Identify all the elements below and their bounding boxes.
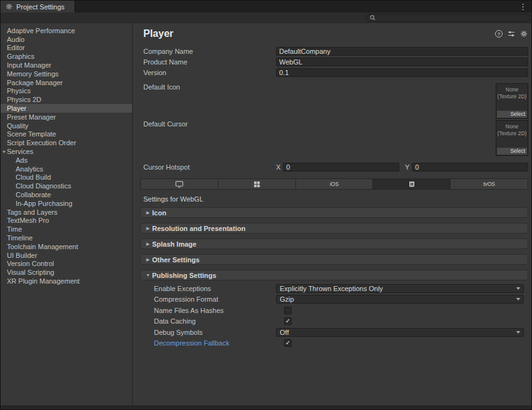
tab-tvos[interactable]: tvOS xyxy=(451,178,528,190)
enable-exceptions-label: Enable Exceptions xyxy=(154,285,276,292)
tab-standalone[interactable] xyxy=(140,178,218,190)
uwp-icon xyxy=(253,181,260,188)
section-other-settings[interactable]: ▶ Other Settings xyxy=(140,254,528,265)
tab-ios[interactable]: iOS xyxy=(296,178,374,190)
sidebar-item-collaborate[interactable]: Collaborate xyxy=(1,190,132,199)
sidebar-item-cloud-diagnostics[interactable]: Cloud Diagnostics xyxy=(1,182,132,190)
sidebar-item-scene-template[interactable]: Scene Template xyxy=(1,130,132,139)
tab-uwp[interactable] xyxy=(218,178,296,190)
sidebar-item-tags-and-layers[interactable]: Tags and Layers xyxy=(1,208,132,217)
default-cursor-label: Default Cursor xyxy=(143,120,276,156)
hotspot-x-label: X xyxy=(276,163,280,171)
name-files-as-hashes-label: Name Files As Hashes xyxy=(154,307,276,314)
gear-icon xyxy=(520,30,528,38)
company-name-input[interactable] xyxy=(276,47,528,56)
default-icon-label: Default Icon xyxy=(143,83,276,119)
section-resolution-and-presentation[interactable]: ▶ Resolution and Presentation xyxy=(140,223,528,233)
hotspot-y-label: Y xyxy=(405,163,409,171)
foldout-closed-icon: ▶ xyxy=(144,242,152,247)
sidebar-item-physics-2d[interactable]: Physics 2D xyxy=(1,95,132,104)
page-title: Player xyxy=(143,28,494,39)
object-none-text: None (Texture 2D) xyxy=(496,123,528,137)
tab-project-settings[interactable]: Project Settings xyxy=(1,1,75,13)
default-icon-picker[interactable]: None (Texture 2D) Select xyxy=(496,83,528,119)
sidebar-item-visual-scripting[interactable]: Visual Scripting xyxy=(1,268,132,277)
enable-exceptions-dropdown[interactable]: Explicitly Thrown Exceptions Only xyxy=(276,284,524,293)
sidebar-item-xr-plugin-management[interactable]: XR Plugin Management xyxy=(1,277,132,285)
settings-for-header: Settings for WebGL xyxy=(143,195,528,203)
window-menu-button[interactable]: ⋮ xyxy=(514,1,531,13)
foldout-open-icon: ▼ xyxy=(1,150,7,154)
sidebar-item-toolchain-management[interactable]: Toolchain Management xyxy=(1,242,132,251)
sidebar-item-cloud-build[interactable]: Cloud Build xyxy=(1,173,132,182)
standalone-icon xyxy=(175,181,183,188)
gear-button[interactable] xyxy=(519,29,528,38)
presets-sliders-icon xyxy=(508,30,515,38)
sidebar-item-input-manager[interactable]: Input Manager xyxy=(1,61,132,69)
product-name-input[interactable] xyxy=(276,58,528,66)
sidebar-item-physics[interactable]: Physics xyxy=(1,87,132,96)
check-icon: ✓ xyxy=(285,340,290,346)
chevron-down-icon xyxy=(516,331,520,334)
sidebar-item-quality[interactable]: Quality xyxy=(1,121,132,130)
player-settings-panel: Player ? xyxy=(133,23,531,406)
sidebar-item-ui-builder[interactable]: UI Builder xyxy=(1,251,132,260)
sidebar-item-services[interactable]: ▼ Services xyxy=(1,147,132,156)
sidebar-item-textmesh-pro[interactable]: TextMesh Pro xyxy=(1,217,132,225)
decompression-fallback-label: Decompression Fallback xyxy=(154,339,276,347)
webgl-icon xyxy=(408,180,416,188)
company-name-label: Company Name xyxy=(143,48,276,55)
sidebar-item-graphics[interactable]: Graphics xyxy=(1,52,132,61)
check-icon: ✓ xyxy=(285,318,290,324)
sidebar-item-preset-manager[interactable]: Preset Manager xyxy=(1,113,132,121)
sidebar-item-in-app-purchasing[interactable]: In-App Purchasing xyxy=(1,199,132,208)
name-files-as-hashes-checkbox[interactable] xyxy=(284,307,292,314)
publishing-settings-body: Enable Exceptions Explicitly Thrown Exce… xyxy=(143,283,528,349)
compression-format-dropdown[interactable]: Gzip xyxy=(276,295,524,304)
sidebar-item-analytics[interactable]: Analytics xyxy=(1,165,132,173)
sidebar-item-editor[interactable]: Editor xyxy=(1,44,132,53)
product-name-label: Product Name xyxy=(143,58,276,66)
section-publishing-settings[interactable]: ▼ Publishing Settings xyxy=(140,270,528,280)
search-input[interactable] xyxy=(378,14,527,21)
platform-tab-bar: iOS tvOS xyxy=(140,178,528,190)
cursor-hotspot-label: Cursor Hotspot xyxy=(143,163,276,171)
default-icon-select-button[interactable]: Select xyxy=(497,111,527,118)
presets-button[interactable] xyxy=(507,29,516,38)
chevron-down-icon xyxy=(516,298,520,300)
data-caching-checkbox[interactable]: ✓ xyxy=(284,317,292,325)
sidebar-item-memory-settings[interactable]: Memory Settings xyxy=(1,69,132,78)
window-tab-title: Project Settings xyxy=(16,3,64,11)
sidebar-item-audio[interactable]: Audio xyxy=(1,35,132,44)
compression-format-label: Compression Format xyxy=(154,295,276,303)
sidebar-item-adaptive-performance[interactable]: Adaptive Performance xyxy=(1,26,132,35)
search-field[interactable] xyxy=(366,14,530,22)
settings-toolbar xyxy=(1,13,531,23)
hotspot-x-input[interactable] xyxy=(283,163,399,172)
hotspot-y-input[interactable] xyxy=(412,163,528,172)
search-icon xyxy=(369,14,376,21)
sidebar-item-time[interactable]: Time xyxy=(1,225,132,233)
version-input[interactable] xyxy=(276,68,528,77)
sidebar-item-player[interactable]: Player xyxy=(1,104,132,113)
debug-symbols-dropdown[interactable]: Off xyxy=(276,328,524,337)
settings-gear-icon xyxy=(4,3,13,11)
default-cursor-select-button[interactable]: Select xyxy=(497,148,527,155)
sidebar-item-ads[interactable]: Ads xyxy=(1,156,132,165)
sidebar-item-timeline[interactable]: Timeline xyxy=(1,233,132,242)
foldout-closed-icon: ▶ xyxy=(144,257,152,262)
help-button[interactable]: ? xyxy=(494,29,503,38)
foldout-closed-icon: ▶ xyxy=(144,210,152,215)
sidebar-item-version-control[interactable]: Version Control xyxy=(1,260,132,269)
debug-symbols-label: Debug Symbols xyxy=(154,329,276,336)
sidebar-item-label: Services xyxy=(7,148,33,155)
section-splash-image[interactable]: ▶ Splash Image xyxy=(140,238,528,249)
sidebar-item-package-manager[interactable]: Package Manager xyxy=(1,78,132,87)
default-cursor-picker[interactable]: None (Texture 2D) Select xyxy=(496,120,528,156)
settings-sidebar: Adaptive Performance Audio Editor Graphi… xyxy=(1,23,133,406)
tab-webgl[interactable] xyxy=(373,178,451,190)
sidebar-item-script-execution-order[interactable]: Script Execution Order xyxy=(1,138,132,147)
decompression-fallback-checkbox[interactable]: ✓ xyxy=(284,339,292,347)
section-icon[interactable]: ▶ Icon xyxy=(140,207,528,218)
chevron-down-icon xyxy=(516,287,520,290)
